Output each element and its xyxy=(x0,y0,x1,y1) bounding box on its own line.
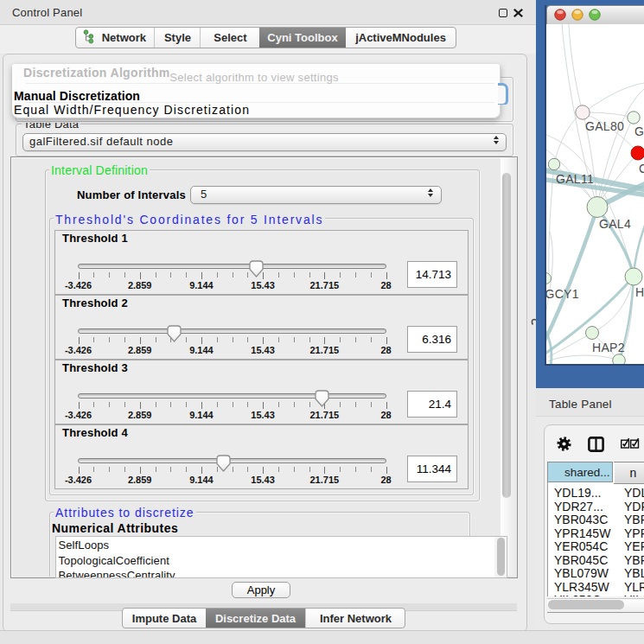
svg-text:C: C xyxy=(639,162,644,175)
svg-text:H: H xyxy=(635,285,644,299)
svg-text:G.: G. xyxy=(634,124,644,138)
svg-text:GAL80: GAL80 xyxy=(585,119,624,133)
svg-text:GAL4: GAL4 xyxy=(599,217,631,231)
svg-text:GCY1: GCY1 xyxy=(546,287,579,301)
svg-text:GAL11: GAL11 xyxy=(556,172,594,186)
svg-text:HAP2: HAP2 xyxy=(592,341,625,354)
